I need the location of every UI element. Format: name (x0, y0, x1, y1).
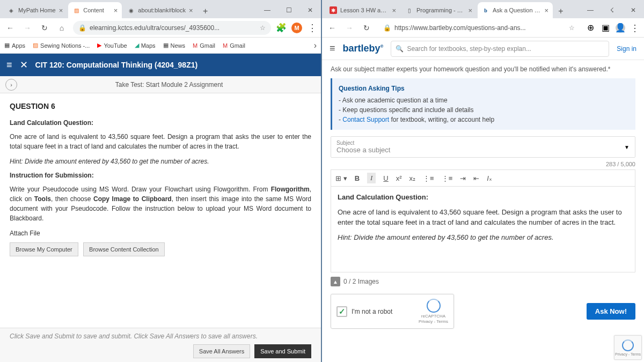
window-controls: — ☐ ✕ (257, 2, 321, 18)
bullet-list-button[interactable]: ⋮≡ (423, 174, 434, 182)
tab-bartleby[interactable]: bAsk a Question | bar× (478, 2, 553, 18)
superscript-button[interactable]: x² (396, 174, 402, 182)
browse-computer-button[interactable]: Browse My Computer (10, 242, 78, 256)
tab-aboutblank[interactable]: ◉about:blank#block× (123, 2, 197, 18)
save-all-button[interactable]: Save All Answers (193, 344, 250, 358)
browse-collection-button[interactable]: Browse Content Collection (83, 242, 165, 256)
question-number: QUESTION 6 (10, 102, 311, 110)
image-counter[interactable]: ▲ 0 / 2 Images (331, 277, 635, 286)
recaptcha-icon (622, 339, 634, 351)
tab-content[interactable]: ▨Content× (68, 2, 122, 18)
captcha-label: I'm not a robot (352, 308, 392, 315)
bookmark-youtube[interactable]: ▶ YouTube (97, 42, 127, 49)
italic-button[interactable]: I (367, 173, 376, 183)
bookmark-gmail1[interactable]: M Gmail (193, 42, 215, 49)
close-icon[interactable]: × (114, 6, 118, 14)
bookmark-maps[interactable]: ◢ Maps (135, 42, 156, 49)
new-tab-button[interactable]: + (199, 4, 213, 18)
close-icon[interactable]: × (468, 6, 472, 14)
back-button[interactable]: ← (4, 22, 16, 34)
chevron-down-icon: ▼ (624, 144, 630, 150)
bookmark-gmail2[interactable]: M Gmail (223, 42, 245, 49)
close-icon[interactable]: ✕ (20, 59, 28, 71)
course-title: CIT 120: Computational Thinking (4204_98… (35, 61, 198, 69)
lock-icon: 🔒 (78, 24, 86, 32)
close-window-button[interactable]: ✕ (623, 2, 644, 18)
tab-title: Content (83, 7, 110, 13)
extensions-icon[interactable]: 🧩 (276, 23, 286, 33)
save-submit-button[interactable]: Save and Submit (254, 344, 311, 358)
forward-button[interactable]: → (21, 22, 33, 34)
minimize-button[interactable]: — (580, 2, 601, 18)
profile-chip[interactable]: M (291, 23, 302, 33)
recaptcha-badge: Privacy - Terms (614, 335, 642, 360)
footer-hint: Click Save and Submit to save and submit… (10, 333, 311, 340)
intro-text: Ask our subject matter experts your home… (331, 65, 635, 73)
underline-button[interactable]: U (383, 174, 388, 182)
ask-now-button[interactable]: Ask Now! (587, 303, 635, 320)
maximize-button[interactable]: ☐ (278, 2, 299, 18)
subscript-button[interactable]: x₂ (409, 174, 416, 182)
tab-icon: ◉ (127, 6, 135, 14)
maximize-button[interactable]: ☇ (601, 2, 623, 18)
url-input[interactable]: 🔒 elearning.kctcs.edu/ultra/courses/_493… (73, 21, 271, 35)
close-icon[interactable]: × (392, 6, 396, 14)
bold-button[interactable]: B (355, 174, 360, 182)
bookmarks-more-icon[interactable]: › (314, 41, 317, 50)
menu-icon[interactable]: ⋮ (308, 22, 317, 34)
bookmarks-bar: ▦ Apps ▨ Sewing Notions -... ▶ YouTube ◢… (0, 38, 321, 54)
tab-mypath[interactable]: ◈MyPath Home× (3, 2, 67, 18)
reload-button[interactable]: ↻ (361, 22, 372, 34)
tab-title: Lesson 3 HW assign (340, 7, 389, 13)
forward-button[interactable]: → (343, 22, 355, 34)
back-button[interactable]: ← (326, 22, 338, 34)
close-window-button[interactable]: ✕ (299, 2, 321, 18)
profile-icon[interactable]: 👤 (616, 23, 625, 33)
sign-in-link[interactable]: Sign in (617, 45, 636, 53)
table-icon[interactable]: ⊞ ▾ (335, 174, 347, 182)
tab-lesson3[interactable]: ✱Lesson 3 HW assign× (325, 2, 400, 18)
minimize-button[interactable]: — (257, 2, 278, 18)
recaptcha-widget[interactable]: ✓ I'm not a robot reCAPTCHAPrivacy - Ter… (331, 294, 454, 329)
image-icon: ▲ (331, 277, 340, 286)
bookmark-apps[interactable]: ▦ Apps (4, 42, 25, 49)
editor-textarea[interactable]: Land Calculation Question: One acre of l… (331, 187, 635, 272)
recaptcha-terms: Privacy - Terms (615, 352, 641, 356)
url-text: elearning.kctcs.edu/ultra/courses/_49356… (90, 24, 219, 32)
reading-list-icon[interactable]: ⊕ (586, 23, 595, 33)
bookmark-news[interactable]: ▦ News (163, 42, 186, 49)
menu-icon[interactable]: ≡ (6, 60, 12, 71)
search-placeholder: Search for textbooks, step-by-step expla… (407, 45, 531, 53)
url-text: https://www.bartleby.com/questions-and-a… (394, 24, 526, 32)
recaptcha-logo: reCAPTCHAPrivacy - Terms (419, 299, 448, 324)
new-tab-button[interactable]: + (554, 4, 568, 18)
tab-programming[interactable]: ▯Programming - Term× (401, 2, 477, 18)
home-button[interactable]: ⌂ (56, 22, 68, 34)
url-input[interactable]: 🔒 https://www.bartleby.com/questions-and… (378, 21, 580, 35)
address-bar: ← → ↻ ⌂ 🔒 elearning.kctcs.edu/ultra/cour… (0, 18, 321, 38)
indent-button[interactable]: ⇥ (460, 174, 466, 182)
menu-icon[interactable]: ≡ (330, 43, 335, 54)
reload-button[interactable]: ↻ (39, 22, 50, 34)
contact-support-link[interactable]: Contact Support (342, 116, 389, 123)
tab-title: about:blank#block (138, 7, 186, 13)
subject-dropdown[interactable]: Subject Choose a subject ▼ (331, 136, 635, 158)
editor-title: Land Calculation Question: (338, 192, 628, 203)
bookmark-sewing[interactable]: ▨ Sewing Notions -... (33, 42, 90, 49)
star-icon[interactable]: ☆ (569, 24, 575, 32)
close-icon[interactable]: × (189, 6, 193, 14)
search-input[interactable]: 🔍 Search for textbooks, step-by-step exp… (391, 41, 609, 57)
brand-logo[interactable]: bartleby® (343, 43, 384, 54)
expand-button[interactable]: › (5, 79, 17, 91)
star-icon[interactable]: ☆ (260, 24, 266, 32)
close-icon[interactable]: × (59, 6, 63, 14)
clear-format-button[interactable]: Iₓ (487, 174, 492, 182)
test-header: › Take Test: Start Module 2 Assignment (0, 76, 321, 93)
window-controls: — ☇ ✕ (580, 2, 644, 18)
collections-icon[interactable]: ▣ (601, 23, 610, 33)
tab-icon: b (482, 6, 489, 14)
outdent-button[interactable]: ⇤ (473, 174, 479, 182)
close-icon[interactable]: × (544, 6, 548, 14)
menu-icon[interactable]: ⋯ (630, 23, 641, 32)
number-list-button[interactable]: ⋮≡ (442, 174, 453, 182)
